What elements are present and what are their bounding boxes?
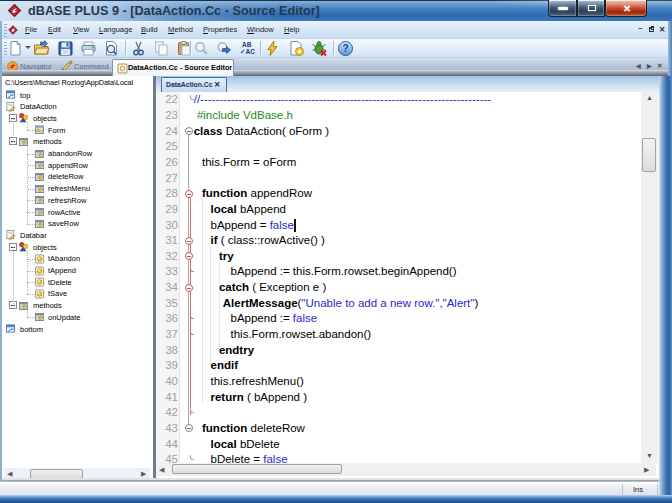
svg-text:?: ?: [343, 43, 349, 54]
svg-text:✓AC: ✓AC: [240, 48, 255, 55]
svg-text:AB: AB: [242, 41, 252, 48]
